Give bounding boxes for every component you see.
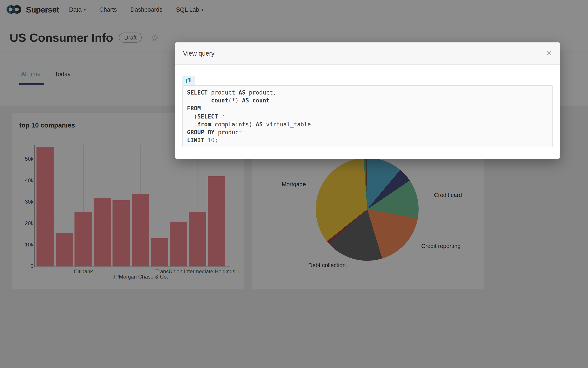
copy-query-button[interactable] <box>182 76 195 85</box>
modal-title: View query <box>183 50 215 57</box>
copy-icon <box>185 77 192 84</box>
sql-query-code: SELECT product AS product, count(*) AS c… <box>182 85 553 147</box>
modal-header: View query ✕ <box>175 42 560 65</box>
sql-code-line: SELECT product AS product, <box>187 89 548 97</box>
sql-code-line: LIMIT 10; <box>187 136 548 144</box>
sql-code-line: (SELECT * <box>187 112 548 120</box>
superset-app: Superset Data▾ChartsDashboardsSQL Lab▾ U… <box>0 0 588 368</box>
view-query-modal: View query ✕ SELECT product AS product, … <box>175 42 560 159</box>
close-icon[interactable]: ✕ <box>546 49 552 57</box>
sql-code-line: from complaints) AS virtual_table <box>187 120 548 128</box>
sql-code-line: count(*) AS count <box>187 97 548 104</box>
sql-code-line: FROM <box>187 104 548 112</box>
sql-code-line: GROUP BY product <box>187 128 548 136</box>
